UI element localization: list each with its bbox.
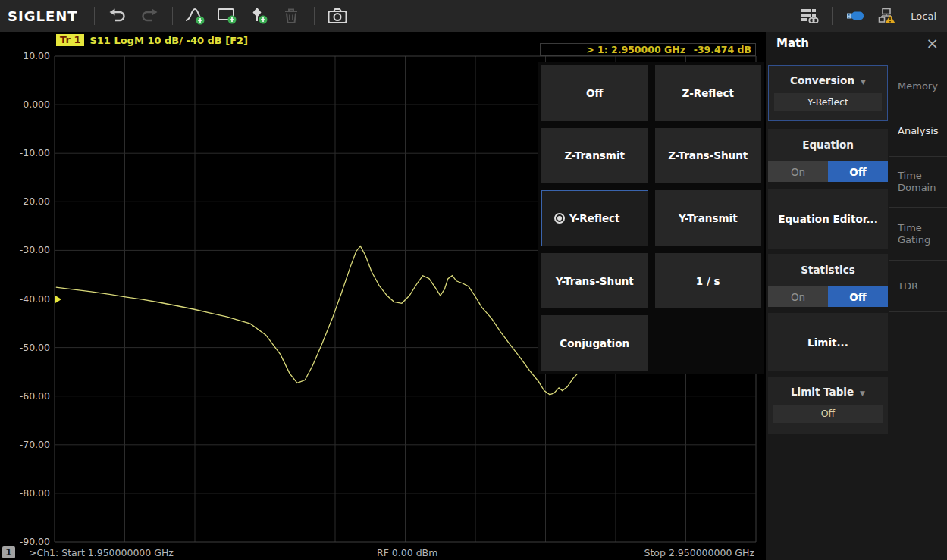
conversion-option-y-trans-shunt[interactable]: Y-Trans-Shunt xyxy=(541,253,648,309)
delete-icon xyxy=(278,4,305,28)
conversion-value: Y-Reflect xyxy=(774,93,882,111)
trace-settings-label: S11 LogM 10 dB/ -40 dB [F2] xyxy=(89,35,248,46)
conversion-option-y-reflect[interactable]: Y-Reflect xyxy=(541,190,648,246)
rf-power-label: RF 0.00 dBm xyxy=(377,547,437,558)
conversion-dropdown[interactable]: Conversion▼ Y-Reflect xyxy=(768,65,888,121)
sweep-stop-label: Stop 2.950000000 GHz xyxy=(644,547,754,558)
conversion-option-conjugation[interactable]: Conjugation xyxy=(541,315,648,371)
tab-time-domain[interactable]: Time Domain xyxy=(889,157,947,208)
side-tabs: Memory Analysis Time Domain Time Gating … xyxy=(889,68,947,312)
limit-table-label: Limit Table xyxy=(791,386,854,398)
statistics-toggle: On Off xyxy=(768,286,888,307)
sweep-start-label: >Ch1: Start 1.950000000 GHz xyxy=(29,547,174,558)
status-bar: 1 >Ch1: Start 1.950000000 GHz RF 0.00 dB… xyxy=(0,543,766,560)
panel-header: Math × xyxy=(766,32,947,56)
add-trace-icon[interactable] xyxy=(182,4,209,28)
y-axis-tick-label: 10.00 xyxy=(0,50,50,61)
conversion-option-1-over-s[interactable]: 1 / s xyxy=(655,253,762,309)
limit-table-value: Off xyxy=(773,405,883,423)
local-mode-label[interactable]: Local xyxy=(911,11,936,22)
popup-empty-cell xyxy=(655,315,762,371)
chevron-down-icon: ▼ xyxy=(861,78,866,86)
trace-header[interactable]: Tr 1 S11 LogM 10 dB/ -40 dB [F2] xyxy=(56,34,248,46)
conversion-option-y-transmit[interactable]: Y-Transmit xyxy=(655,190,762,246)
equation-label: Equation xyxy=(768,139,888,151)
statistics-off-button[interactable]: Off xyxy=(828,286,888,307)
statistics-label: Statistics xyxy=(768,264,888,276)
conversion-label: Conversion xyxy=(790,74,854,86)
add-marker-icon[interactable] xyxy=(246,4,273,28)
screenshot-icon[interactable] xyxy=(324,4,351,28)
statistics-on-button[interactable]: On xyxy=(768,286,828,307)
y-axis-tick-label: -40.00 xyxy=(0,293,50,305)
brand-logo: SIGLENT xyxy=(8,8,78,24)
tab-tdr[interactable]: TDR xyxy=(889,261,947,312)
conversion-option-z-transmit[interactable]: Z-Transmit xyxy=(541,128,648,184)
y-axis-tick-label: -50.00 xyxy=(0,342,50,353)
toolbar-separator xyxy=(314,7,315,25)
usb-icon[interactable] xyxy=(842,4,869,28)
math-panel: Math × Conversion▼ Y-Reflect Equation On… xyxy=(766,32,947,560)
y-axis-tick-label: -60.00 xyxy=(0,390,50,402)
y-axis-tick-label: -30.00 xyxy=(0,244,50,255)
tab-analysis[interactable]: Analysis xyxy=(889,105,947,157)
trace-badge[interactable]: Tr 1 xyxy=(56,34,84,46)
toolbar-separator xyxy=(832,7,833,25)
statistics-control: Statistics On Off xyxy=(768,254,888,307)
y-axis-tick-label: -80.00 xyxy=(0,487,50,499)
equation-on-button[interactable]: On xyxy=(768,161,828,182)
tab-memory[interactable]: Memory xyxy=(889,68,947,105)
panel-title: Math xyxy=(776,36,809,50)
toolbar-separator xyxy=(172,7,173,25)
toolbar-right: Local xyxy=(793,4,947,28)
reference-level-marker[interactable] xyxy=(55,296,61,303)
conversion-popup: Off Z-Reflect Z-Transmit Z-Trans-Shunt Y… xyxy=(538,62,764,374)
lan-warning-icon[interactable] xyxy=(873,4,901,28)
equation-toggle: On Off xyxy=(768,161,888,182)
marker-readout: > 1: 2.950000 GHz -39.474 dB xyxy=(540,43,756,56)
redo-icon xyxy=(136,4,163,28)
y-axis-tick-label: 0.000 xyxy=(0,99,50,110)
chevron-down-icon: ▼ xyxy=(860,389,865,397)
conversion-option-z-reflect[interactable]: Z-Reflect xyxy=(655,65,762,121)
marker-value: -39.474 dB xyxy=(685,44,755,55)
add-window-icon[interactable] xyxy=(214,4,241,28)
radio-selected-icon xyxy=(554,213,565,224)
channel-badge[interactable]: 1 xyxy=(2,546,15,558)
toolbar-separator xyxy=(94,7,95,25)
main-area: Tr 1 S11 LogM 10 dB/ -40 dB [F2] > 1: 2.… xyxy=(0,32,947,560)
marker-frequency: > 1: 2.950000 GHz xyxy=(586,44,685,55)
equation-control: Equation On Off xyxy=(768,129,888,182)
conversion-option-off[interactable]: Off xyxy=(541,65,648,121)
close-icon[interactable]: × xyxy=(926,34,939,52)
undo-icon[interactable] xyxy=(104,4,131,28)
equation-off-button[interactable]: Off xyxy=(828,161,888,182)
conversion-option-z-trans-shunt[interactable]: Z-Trans-Shunt xyxy=(655,128,762,184)
y-axis-tick-label: -20.00 xyxy=(0,196,50,207)
y-axis-tick-label: -10.00 xyxy=(0,147,50,158)
limit-button[interactable]: Limit... xyxy=(768,313,888,371)
y-axis-tick-label: -70.00 xyxy=(0,439,50,450)
file-link-icon[interactable] xyxy=(795,4,823,28)
limit-table-dropdown[interactable]: Limit Table▼ Off xyxy=(768,377,888,434)
equation-editor-button[interactable]: Equation Editor... xyxy=(768,189,888,249)
toolbar: SIGLENT xyxy=(0,0,947,32)
tab-time-gating[interactable]: Time Gating xyxy=(889,208,947,261)
